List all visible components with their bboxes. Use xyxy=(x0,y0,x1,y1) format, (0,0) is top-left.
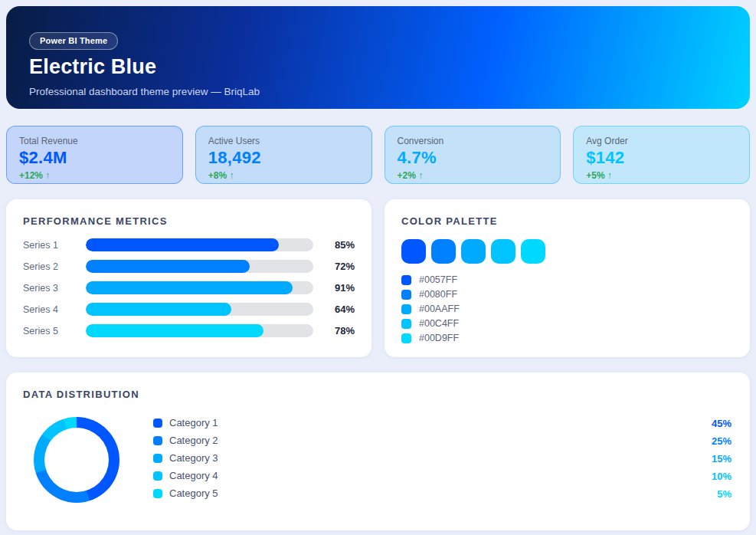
kpi-value: $142 xyxy=(586,148,737,168)
palette-swatch[interactable] xyxy=(461,239,486,264)
data-distribution-panel: DATA DISTRIBUTION Category 1Category 2Ca… xyxy=(6,373,750,530)
palette-hex-label: #0057FF xyxy=(419,274,457,285)
metric-bar-track xyxy=(86,324,313,337)
kpi-card-active-users: Active Users18,492+8% ↑ xyxy=(195,126,372,184)
kpi-value: 4.7% xyxy=(398,148,548,168)
legend-label: Category 3 xyxy=(169,452,218,464)
palette-hex-label: #00D9FF xyxy=(419,333,459,343)
palette-color-dot xyxy=(401,275,411,285)
legend-item-category-5: Category 5 xyxy=(153,488,218,498)
mid-row: PERFORMANCE METRICS Series 185%Series 27… xyxy=(6,199,750,357)
palette-swatch[interactable] xyxy=(491,239,515,264)
metric-value: 64% xyxy=(322,304,355,315)
donut-hole xyxy=(44,428,109,492)
metric-value: 78% xyxy=(322,325,355,336)
palette-color-dot xyxy=(401,290,411,300)
palette-color-dot xyxy=(401,304,411,314)
page: Power BI Theme Electric Blue Professiona… xyxy=(0,0,756,535)
palette-list-item: #00D9FF xyxy=(401,333,733,343)
palette-list-item: #00C4FF xyxy=(401,318,733,329)
panel-title: DATA DISTRIBUTION xyxy=(23,389,733,400)
palette-swatch[interactable] xyxy=(401,239,426,264)
palette-swatch[interactable] xyxy=(521,239,545,264)
kpi-value: $2.4M xyxy=(19,148,170,168)
percent-value: 45% xyxy=(712,418,731,428)
metric-bar-fill xyxy=(86,324,263,337)
metric-rows: Series 185%Series 272%Series 391%Series … xyxy=(23,238,355,337)
kpi-card-avg-order: Avg Order$142+5% ↑ xyxy=(573,126,750,184)
percent-value: 10% xyxy=(712,471,731,481)
metric-row-series-2: Series 272% xyxy=(23,260,355,273)
metric-label: Series 1 xyxy=(23,240,77,251)
page-subtitle: Professional dashboard theme preview — B… xyxy=(29,86,727,97)
metric-row-series-4: Series 464% xyxy=(23,303,355,316)
distribution-body: Category 1Category 2Category 3Category 4… xyxy=(23,413,733,503)
metric-bar-track xyxy=(86,238,313,251)
legend-item-category-4: Category 4 xyxy=(153,471,218,481)
kpi-label: Avg Order xyxy=(586,136,737,146)
legend-label: Category 2 xyxy=(169,435,218,446)
palette-list: #0057FF#0080FF#00AAFF#00C4FF#00D9FF xyxy=(401,274,733,343)
legend-item-category-3: Category 3 xyxy=(153,453,218,463)
legend-color-dot xyxy=(153,489,162,498)
legend-item-category-2: Category 2 xyxy=(153,435,218,445)
page-title: Electric Blue xyxy=(29,55,727,79)
kpi-row: Total Revenue$2.4M+12% ↑Active Users18,4… xyxy=(6,126,750,184)
legend-color-dot xyxy=(153,471,162,481)
percent-value: 15% xyxy=(712,453,731,463)
palette-list-item: #0057FF xyxy=(401,274,733,285)
metric-value: 72% xyxy=(322,261,355,272)
kpi-delta: +8% ↑ xyxy=(208,170,359,181)
kpi-delta: +2% ↑ xyxy=(398,170,548,181)
metric-bar-fill xyxy=(86,303,231,316)
metric-bar-track xyxy=(86,281,313,294)
kpi-label: Active Users xyxy=(208,136,359,146)
metric-bar-track xyxy=(86,260,313,273)
metric-label: Series 4 xyxy=(23,304,77,315)
metric-value: 91% xyxy=(322,282,355,294)
metric-bar-fill xyxy=(86,238,279,251)
kpi-value: 18,492 xyxy=(208,148,359,168)
kpi-card-total-revenue: Total Revenue$2.4M+12% ↑ xyxy=(6,126,183,184)
kpi-card-conversion: Conversion4.7%+2% ↑ xyxy=(385,126,561,184)
metric-bar-fill xyxy=(86,260,250,273)
metric-label: Series 5 xyxy=(23,326,77,336)
hero-header: Power BI Theme Electric Blue Professiona… xyxy=(6,6,750,109)
legend-label: Category 5 xyxy=(169,487,218,499)
theme-badge: Power BI Theme xyxy=(29,32,118,50)
palette-hex-label: #0080FF xyxy=(419,289,457,300)
kpi-delta: +5% ↑ xyxy=(586,170,737,181)
legend-color-dot xyxy=(153,436,162,445)
palette-hex-label: #00AAFF xyxy=(419,304,460,314)
palette-swatch-row xyxy=(401,239,733,264)
metric-bar-track xyxy=(86,303,313,316)
panel-title: COLOR PALETTE xyxy=(401,215,733,227)
donut-legend: Category 1Category 2Category 3Category 4… xyxy=(153,418,218,498)
metric-bar-fill xyxy=(86,281,293,294)
palette-swatch[interactable] xyxy=(431,239,456,264)
legend-label: Category 1 xyxy=(169,417,218,428)
metric-label: Series 3 xyxy=(23,283,77,294)
percent-value: 25% xyxy=(712,435,731,445)
palette-color-dot xyxy=(401,333,411,343)
palette-list-item: #0080FF xyxy=(401,289,733,300)
palette-color-dot xyxy=(401,319,411,329)
metric-row-series-1: Series 185% xyxy=(23,238,355,251)
color-palette-panel: COLOR PALETTE #0057FF#0080FF#00AAFF#00C4… xyxy=(385,199,750,357)
kpi-label: Total Revenue xyxy=(19,136,170,146)
metric-value: 85% xyxy=(322,239,355,251)
palette-hex-label: #00C4FF xyxy=(419,318,459,329)
metric-row-series-5: Series 578% xyxy=(23,324,355,337)
performance-metrics-panel: PERFORMANCE METRICS Series 185%Series 27… xyxy=(6,199,371,357)
panel-title: PERFORMANCE METRICS xyxy=(23,215,355,227)
legend-item-category-1: Category 1 xyxy=(153,418,218,428)
percent-list: 45%25%15%10%5% xyxy=(712,418,733,498)
legend-color-dot xyxy=(153,454,162,463)
kpi-delta: +12% ↑ xyxy=(19,170,170,181)
metric-label: Series 2 xyxy=(23,261,77,272)
palette-list-item: #00AAFF xyxy=(401,304,733,314)
donut-chart xyxy=(34,417,119,503)
kpi-label: Conversion xyxy=(398,136,548,146)
legend-color-dot xyxy=(153,418,162,428)
metric-row-series-3: Series 391% xyxy=(23,281,355,294)
